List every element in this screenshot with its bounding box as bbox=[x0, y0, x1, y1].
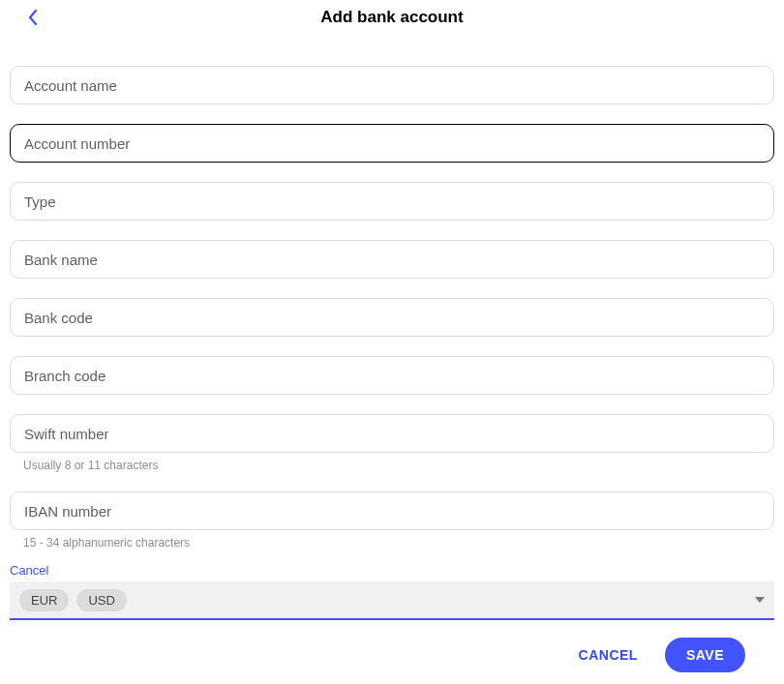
currency-cancel-link[interactable]: Cancel bbox=[10, 563, 774, 578]
iban-helper-text: 15 - 34 alphanumeric characters bbox=[23, 536, 774, 550]
chevron-left-icon bbox=[28, 10, 38, 25]
currency-chip-eur[interactable]: EUR bbox=[19, 589, 69, 611]
back-button[interactable] bbox=[23, 8, 43, 27]
type-input[interactable] bbox=[10, 182, 774, 221]
swift-number-input[interactable] bbox=[10, 414, 774, 453]
currency-dropdown-toggle[interactable] bbox=[755, 597, 765, 603]
swift-helper-text: Usually 8 or 11 characters bbox=[23, 459, 774, 472]
caret-down-icon bbox=[755, 597, 765, 603]
currency-chip-usd[interactable]: USD bbox=[76, 589, 126, 611]
save-button[interactable]: SAVE bbox=[665, 638, 745, 672]
page-title: Add bank account bbox=[320, 8, 463, 27]
account-name-input[interactable] bbox=[10, 66, 774, 104]
iban-number-input[interactable] bbox=[10, 491, 774, 530]
currency-select[interactable]: EUR USD bbox=[10, 581, 774, 620]
cancel-button[interactable]: CANCEL bbox=[579, 647, 638, 663]
branch-code-input[interactable] bbox=[10, 356, 774, 395]
account-number-input[interactable] bbox=[10, 124, 774, 163]
bank-code-input[interactable] bbox=[10, 298, 774, 337]
bank-name-input[interactable] bbox=[10, 240, 774, 279]
